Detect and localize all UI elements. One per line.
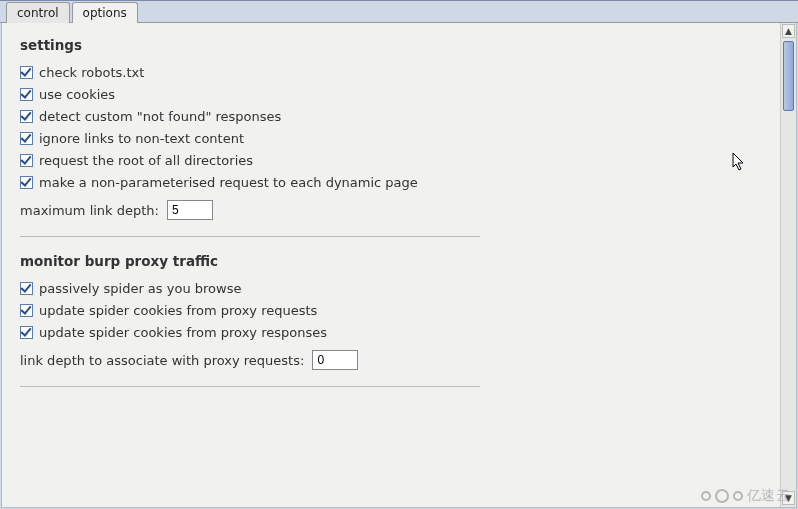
- max-depth-input[interactable]: [167, 200, 213, 220]
- separator-2: [20, 386, 480, 387]
- options-panel: settings check robots.txt use cookies de…: [2, 23, 780, 507]
- scroll-up-arrow-icon[interactable]: ▲: [782, 24, 795, 38]
- separator: [20, 236, 480, 237]
- check-robots-label: check robots.txt: [39, 65, 144, 80]
- monitor-heading: monitor burp proxy traffic: [20, 253, 762, 269]
- scroll-thumb[interactable]: [783, 41, 794, 111]
- tab-options[interactable]: options: [72, 2, 138, 23]
- nonparam-request-label: make a non-parameterised request to each…: [39, 175, 418, 190]
- settings-heading: settings: [20, 37, 762, 53]
- proxy-depth-label: link depth to associate with proxy reque…: [20, 353, 304, 368]
- watermark: 亿速云: [701, 487, 791, 505]
- update-from-requests-label: update spider cookies from proxy request…: [39, 303, 317, 318]
- request-root-label: request the root of all directories: [39, 153, 253, 168]
- vertical-scrollbar[interactable]: ▲ ▼: [780, 23, 796, 507]
- tab-control[interactable]: control: [6, 2, 70, 23]
- update-from-responses-checkbox[interactable]: [20, 326, 33, 339]
- update-from-requests-checkbox[interactable]: [20, 304, 33, 317]
- passive-spider-label: passively spider as you browse: [39, 281, 241, 296]
- proxy-depth-input[interactable]: [312, 350, 358, 370]
- max-depth-label: maximum link depth:: [20, 203, 159, 218]
- detect-404-label: detect custom "not found" responses: [39, 109, 281, 124]
- ignore-nontext-checkbox[interactable]: [20, 132, 33, 145]
- nonparam-request-checkbox[interactable]: [20, 176, 33, 189]
- use-cookies-checkbox[interactable]: [20, 88, 33, 101]
- watermark-text: 亿速云: [747, 487, 791, 505]
- request-root-checkbox[interactable]: [20, 154, 33, 167]
- update-from-responses-label: update spider cookies from proxy respons…: [39, 325, 327, 340]
- check-robots-checkbox[interactable]: [20, 66, 33, 79]
- detect-404-checkbox[interactable]: [20, 110, 33, 123]
- passive-spider-checkbox[interactable]: [20, 282, 33, 295]
- tab-bar: control options: [0, 1, 798, 23]
- ignore-nontext-label: ignore links to non-text content: [39, 131, 244, 146]
- use-cookies-label: use cookies: [39, 87, 115, 102]
